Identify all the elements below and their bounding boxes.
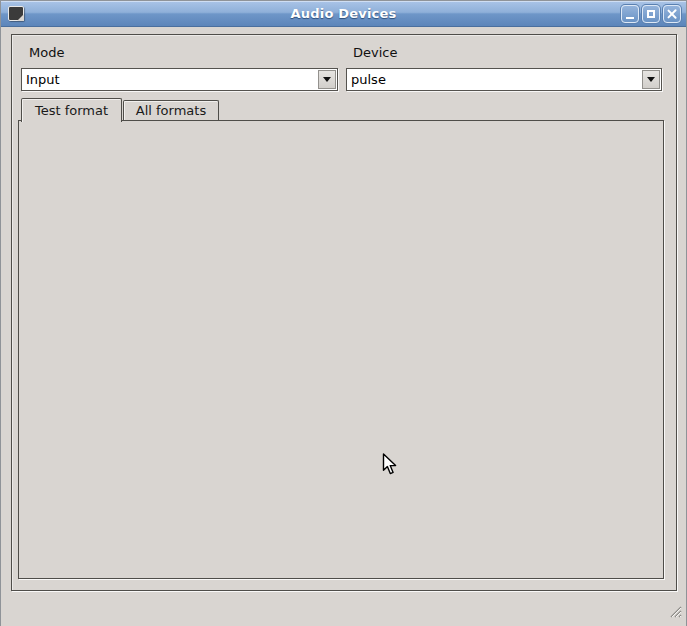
mode-label: Mode (29, 45, 64, 60)
tab-test-format[interactable]: Test format (21, 98, 122, 122)
mode-combobox-arrow-button[interactable] (318, 70, 336, 89)
titlebar[interactable]: Audio Devices (1, 1, 686, 27)
device-combobox-arrow-button[interactable] (642, 70, 660, 89)
close-button[interactable] (663, 5, 681, 23)
test-format-panel (18, 120, 664, 579)
window-content: Mode Input Device pulse Test format All … (1, 28, 686, 626)
tab-all-formats[interactable]: All formats (123, 100, 219, 121)
maximize-button[interactable] (642, 5, 660, 23)
mouse-cursor-icon (382, 453, 400, 480)
window-menu-icon[interactable] (8, 6, 24, 21)
audio-devices-window: Audio Devices Mode Input Device puls (0, 0, 687, 626)
maximize-icon (647, 10, 655, 18)
device-combobox[interactable]: pulse (346, 68, 662, 91)
window-title: Audio Devices (1, 6, 686, 21)
device-label: Device (353, 45, 397, 60)
chevron-down-icon (647, 77, 655, 82)
device-combobox-value: pulse (351, 69, 639, 90)
minimize-icon (626, 17, 634, 19)
close-icon (667, 9, 677, 19)
minimize-button[interactable] (621, 5, 639, 23)
resize-grip[interactable] (667, 603, 682, 621)
mode-combobox-value: Input (26, 69, 315, 90)
chevron-down-icon (323, 77, 331, 82)
mode-combobox[interactable]: Input (21, 68, 338, 91)
